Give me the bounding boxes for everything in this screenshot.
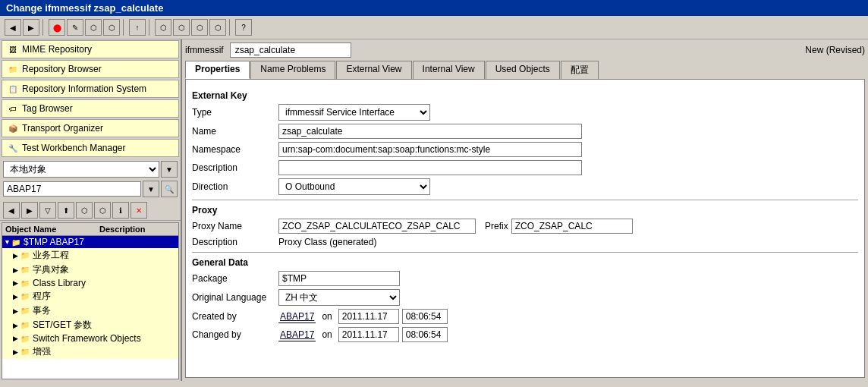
folder-icon: 📁 [20,321,31,329]
tree-header: Object Name Description [2,223,178,236]
package-row: Package [192,271,858,286]
toolbar-btn-8[interactable]: ⬡ [209,19,226,36]
toolbar-btn-stop[interactable]: ⬤ [49,19,65,36]
local-objects-dropdown[interactable]: 本地对象 [3,161,159,178]
tree-arrow-icon: ▼ [4,238,11,246]
package-label: Package [192,273,275,284]
changed-user[interactable]: ABAP17 [278,329,316,341]
nav-repo-browser[interactable]: 📁 Repository Browser [2,60,179,78]
tag-browser-icon: 🏷 [7,102,19,115]
dropdown-expand-btn[interactable]: ▼ [161,161,178,178]
orig-lang-label: Original Language [192,292,275,303]
type-row: Type ifmmessif Service Interface [192,104,858,121]
proxy-name-input[interactable] [278,219,476,234]
tree-item-label: 程序 [33,290,51,303]
tree-row[interactable]: ▶ 📁 SET/GET 参数 [2,318,178,332]
toolbar-btn-4[interactable]: ⬡ [103,19,120,36]
tab-internal-view[interactable]: Internal View [413,61,485,79]
tab-external-view[interactable]: External View [336,61,411,79]
namespace-input[interactable] [278,142,582,157]
toolbar-btn-edit[interactable]: ✎ [67,19,83,36]
nav-test-wbm-label: Test Workbench Manager [22,143,126,153]
toolbar-sep-2 [123,19,126,36]
nav-transport[interactable]: 📦 Transport Organizer [2,119,179,137]
type-select[interactable]: ifmmessif Service Interface [278,104,430,121]
prefix-label: Prefix [485,221,508,231]
tree-row[interactable]: ▶ 📁 Switch Framework Objects [2,332,178,345]
tree-arrow-icon: ▶ [13,348,20,356]
tab-properties[interactable]: Properties [185,61,250,79]
proxy-name-row: Proxy Name Prefix [192,219,858,234]
name-label: Name [192,126,275,137]
folder-icon: 📁 [20,266,31,274]
toolbar-sep-3 [149,19,152,36]
tree-filter[interactable]: ▽ [39,202,56,219]
tab-name-problems[interactable]: Name Problems [250,61,335,79]
tree-expand[interactable]: ⬡ [76,202,93,219]
tree-nav-back[interactable]: ◀ [3,202,20,219]
search-dropdown-btn[interactable]: ▼ [143,181,159,197]
tree-arrow-icon: ▶ [13,335,20,342]
tab-used-objects[interactable]: Used Objects [486,61,560,79]
toolbar-btn-3[interactable]: ⬡ [85,19,102,36]
tree-row[interactable]: ▶ 📁 事务 [2,304,178,318]
tree-container: Object Name Description ▼ 📁 $TMP ABAP17 … [2,222,179,379]
tree-arrow-icon: ▶ [13,322,20,329]
proxy-desc-value: Proxy Class (generated) [278,237,376,247]
nav-mime-repository[interactable]: 🖼 MIME Repository [2,40,179,58]
nav-tag-browser[interactable]: 🏷 Tag Browser [2,99,179,118]
orig-lang-row: Original Language ZH 中文 [192,289,858,306]
created-time[interactable] [402,309,448,324]
tree-row[interactable]: ▶ 📁 程序 [2,289,178,304]
tab-config[interactable]: 配置 [561,61,599,79]
created-user[interactable]: ABAP17 [278,310,316,323]
prefix-input[interactable] [511,219,633,234]
changed-date[interactable] [338,327,399,342]
toolbar-btn-7[interactable]: ⬡ [191,19,208,36]
toolbar-forward[interactable]: ▶ [23,19,39,36]
object-search-input[interactable] [3,181,141,197]
tree-row[interactable]: ▶ 📁 Class Library [2,277,178,289]
tree-info[interactable]: ℹ [112,202,129,219]
description-input[interactable] [278,160,582,175]
nav-repo-info[interactable]: 📋 Repository Information System [2,80,179,98]
search-exec-btn[interactable]: 🔍 [161,181,178,197]
tree-collapse[interactable]: ⬡ [94,202,111,219]
main-container: 🖼 MIME Repository 📁 Repository Browser 📋… [0,39,868,381]
tree-nav-forward[interactable]: ▶ [21,202,38,219]
toolbar-btn-5[interactable]: ⬡ [155,19,171,36]
nav-test-wbm[interactable]: 🔧 Test Workbench Manager [2,139,179,157]
toolbar-btn-up[interactable]: ↑ [129,19,146,36]
toolbar-back[interactable]: ◀ [5,19,21,36]
transport-icon: 📦 [7,122,19,134]
tree-row[interactable]: ▶ 📁 增强 [2,345,178,359]
changed-on-label: on [322,329,332,340]
section-divider-1 [192,200,858,200]
created-by-label: Created by [192,311,275,322]
changed-time[interactable] [402,327,448,342]
orig-lang-select[interactable]: ZH 中文 [278,289,400,306]
tree-delete[interactable]: ✕ [131,202,147,219]
nav-transport-label: Transport Organizer [22,123,103,134]
folder-icon: 📁 [20,292,31,300]
toolbar-btn-help[interactable]: ? [235,19,252,36]
tree-refresh[interactable]: ⬆ [58,202,74,219]
nav-repo-info-label: Repository Information System [22,83,146,94]
created-by-row: Created by ABAP17 on [192,309,858,324]
changed-by-label: Changed by [192,329,275,340]
direction-select[interactable]: O Outbound [278,178,430,195]
toolbar-btn-6[interactable]: ⬡ [173,19,190,36]
search-input-row: ▼ 🔍 [3,181,178,197]
tabs-bar: Properties Name Problems External View I… [185,61,865,79]
created-date[interactable] [338,309,399,324]
tree-row[interactable]: ▶ 📁 字典对象 [2,263,178,277]
tree-row[interactable]: ▶ 📁 业务工程 [2,248,178,263]
tree-row[interactable]: ▼ 📁 $TMP ABAP17 [2,236,178,248]
tree-item-label: Switch Framework Objects [33,333,141,344]
direction-label: Direction [192,181,275,192]
tree-toolbar: ◀ ▶ ▽ ⬆ ⬡ ⬡ ℹ ✕ [0,200,181,221]
package-input[interactable] [278,271,400,286]
obj-name-input[interactable] [230,42,351,58]
name-input[interactable] [278,124,582,139]
nav-repo-browser-label: Repository Browser [22,64,102,74]
